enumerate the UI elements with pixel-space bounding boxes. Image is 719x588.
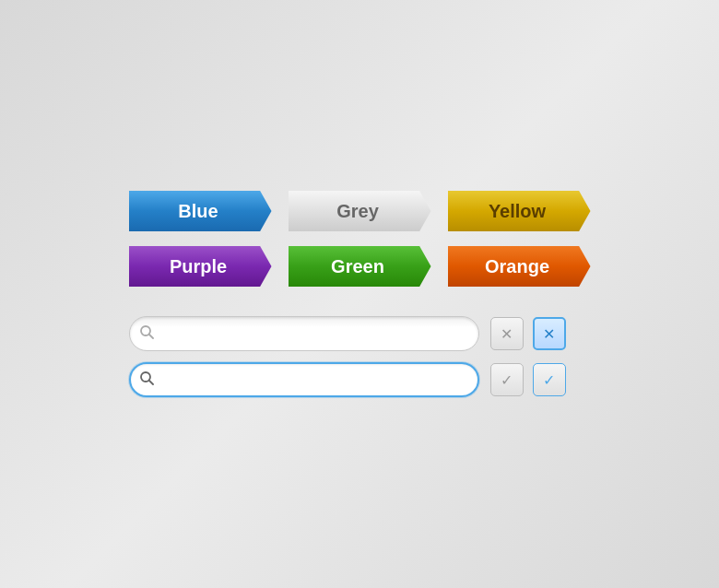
grey-button-label: Grey (336, 201, 379, 222)
search-input-1[interactable] (129, 316, 479, 351)
search-bar-inactive (129, 316, 479, 351)
check-icon-grey: ✓ (501, 371, 513, 389)
close-icon-row: ✕ ✕ (490, 317, 566, 350)
close-button-blue[interactable]: ✕ (533, 317, 566, 350)
search-row-2: ✓ ✓ (129, 362, 566, 397)
button-row-2: Purple Green Orange (129, 246, 591, 287)
green-button[interactable]: Green (289, 246, 431, 287)
search-bar-active (129, 362, 479, 397)
svg-line-1 (149, 335, 153, 338)
purple-button[interactable]: Purple (129, 246, 272, 287)
blue-button[interactable]: Blue (129, 191, 272, 231)
close-icon-blue: ✕ (543, 325, 555, 343)
orange-button-label: Orange (485, 256, 549, 277)
purple-button-label: Purple (170, 256, 227, 277)
yellow-button[interactable]: Yellow (448, 191, 591, 231)
check-icon-row: ✓ ✓ (490, 363, 566, 396)
green-button-label: Green (331, 256, 384, 277)
blue-button-label: Blue (178, 201, 218, 222)
grey-button[interactable]: Grey (289, 191, 431, 231)
search-input-2[interactable] (129, 362, 479, 397)
button-row-1: Blue Grey Yellow (129, 191, 591, 231)
check-button-grey[interactable]: ✓ (490, 363, 524, 396)
search-row-1: ✕ ✕ (129, 316, 566, 351)
svg-line-3 (149, 381, 153, 384)
close-icon-grey: ✕ (501, 325, 513, 343)
search-section: ✕ ✕ ✓ (129, 316, 566, 397)
orange-button[interactable]: Orange (448, 246, 591, 287)
check-icon-blue: ✓ (543, 371, 555, 389)
search-icon-2 (140, 371, 154, 388)
main-container: Blue Grey Yellow Purple Green Orange (129, 191, 591, 397)
close-button-grey[interactable]: ✕ (490, 317, 524, 350)
search-icon-1 (140, 325, 154, 342)
yellow-button-label: Yellow (489, 201, 546, 222)
check-button-blue[interactable]: ✓ (533, 363, 566, 396)
